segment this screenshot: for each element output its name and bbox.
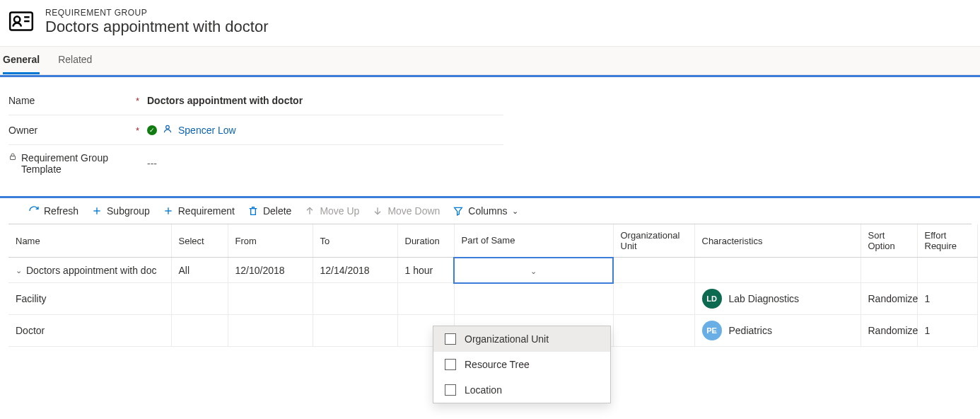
- entity-supertitle: REQUIREMENT GROUP: [45, 8, 269, 18]
- characteristic-label: Pediatrics: [729, 325, 772, 336]
- svg-marker-12: [455, 207, 462, 215]
- row-name: Facility: [16, 293, 47, 304]
- cell-sort[interactable]: Randomize: [861, 283, 917, 315]
- move-up-button: Move Up: [304, 205, 359, 217]
- cell-select[interactable]: [171, 283, 228, 315]
- owner-lookup[interactable]: Spencer Low: [178, 125, 236, 136]
- template-label: Requirement Group Template: [21, 152, 136, 175]
- name-field[interactable]: Doctors appointment with doctor: [147, 95, 303, 106]
- form-row-name: Name * Doctors appointment with doctor: [8, 86, 503, 115]
- cell-to[interactable]: 12/14/2018: [313, 258, 397, 283]
- col-part-of-same[interactable]: Part of Same: [454, 224, 613, 258]
- col-sort-option[interactable]: Sort Option: [861, 224, 917, 258]
- table-row[interactable]: ⌄ Doctors appointment with doc All 12/10…: [8, 258, 977, 283]
- col-to[interactable]: To: [313, 224, 397, 258]
- cell-effort[interactable]: [917, 258, 977, 283]
- cell-org-unit[interactable]: [613, 315, 694, 347]
- cell-characteristics[interactable]: PE Pediatrics: [694, 315, 861, 347]
- cell-characteristics[interactable]: [694, 258, 861, 283]
- svg-point-1: [14, 16, 20, 22]
- verified-icon: ✓: [147, 125, 157, 135]
- person-icon: [163, 124, 173, 136]
- form-section: Name * Doctors appointment with doctor O…: [0, 77, 980, 196]
- cell-to[interactable]: [313, 315, 397, 347]
- cell-sort[interactable]: Randomize: [861, 315, 917, 347]
- delete-button[interactable]: Delete: [247, 205, 291, 217]
- col-from[interactable]: From: [228, 224, 313, 258]
- required-indicator: *: [136, 125, 139, 136]
- arrow-down-icon: [372, 205, 383, 217]
- grid-head: Name Select From To Duration Part of Sam…: [8, 224, 977, 258]
- tab-general[interactable]: General: [3, 54, 40, 74]
- lock-icon: [8, 152, 17, 163]
- entity-icon: [7, 7, 35, 38]
- cell-from[interactable]: [228, 283, 313, 315]
- tab-related[interactable]: Related: [58, 54, 92, 74]
- grid-toolbar: Refresh Subgroup Requirement Delete Move…: [0, 198, 980, 224]
- subgroup-button[interactable]: Subgroup: [91, 205, 150, 217]
- cell-from[interactable]: 12/10/2018: [228, 258, 313, 283]
- cell-duration[interactable]: 1 hour: [397, 258, 454, 283]
- col-effort[interactable]: Effort Require: [917, 224, 977, 258]
- svg-point-4: [166, 125, 170, 129]
- characteristic-label: Lab Diagnostics: [729, 293, 800, 304]
- chevron-down-icon: ⌄: [512, 207, 518, 216]
- cell-org-unit[interactable]: [613, 283, 694, 315]
- cell-select[interactable]: All: [171, 258, 228, 283]
- refresh-button[interactable]: Refresh: [28, 205, 78, 217]
- col-name[interactable]: Name: [8, 224, 171, 258]
- form-row-owner: Owner * ✓ Spencer Low: [8, 115, 503, 145]
- table-row[interactable]: Facility LD Lab Diagnostics Randomize 1: [8, 283, 977, 315]
- part-of-same-dropdown: Organizational Unit Resource Tree Locati…: [433, 326, 611, 347]
- plus-icon: [91, 205, 103, 217]
- cell-select[interactable]: [171, 315, 228, 347]
- filter-icon: [453, 205, 464, 217]
- name-label: Name: [8, 95, 35, 106]
- form-row-template: Requirement Group Template ---: [8, 145, 503, 182]
- row-name: Doctor: [16, 325, 45, 336]
- cell-effort[interactable]: 1: [917, 283, 977, 315]
- avatar: PE: [702, 321, 722, 340]
- avatar: LD: [702, 289, 722, 309]
- col-org-unit[interactable]: Organizational Unit: [613, 224, 694, 258]
- requirement-button[interactable]: Requirement: [163, 205, 235, 217]
- columns-button[interactable]: Columns ⌄: [453, 205, 518, 217]
- cell-duration[interactable]: [397, 283, 454, 315]
- cell-characteristics[interactable]: LD Lab Diagnostics: [694, 283, 861, 315]
- required-indicator: *: [136, 96, 139, 106]
- template-field: ---: [147, 158, 157, 169]
- page-title: Doctors appointment with doctor: [45, 18, 269, 36]
- tabs-region: General Related: [0, 46, 980, 75]
- cell-from[interactable]: [228, 315, 313, 347]
- trash-icon: [247, 205, 259, 217]
- page-header: REQUIREMENT GROUP Doctors appointment wi…: [0, 0, 980, 46]
- chevron-down-icon: ⌄: [530, 267, 537, 275]
- row-name: Doctors appointment with doc: [26, 265, 156, 276]
- arrow-up-icon: [304, 205, 315, 217]
- checkbox[interactable]: [445, 333, 456, 345]
- refresh-icon: [28, 205, 40, 217]
- cell-part-of-same[interactable]: [454, 283, 613, 315]
- svg-rect-5: [11, 156, 16, 160]
- owner-label: Owner: [8, 125, 37, 136]
- cell-part-of-same-active[interactable]: ⌄: [454, 258, 613, 283]
- chevron-down-icon[interactable]: ⌄: [16, 266, 22, 275]
- plus-icon: [163, 205, 174, 217]
- cell-org-unit[interactable]: [613, 258, 694, 283]
- dropdown-option-label: Organizational Unit: [465, 333, 549, 345]
- col-characteristics[interactable]: Characteristics: [694, 224, 861, 258]
- cell-sort[interactable]: [861, 258, 917, 283]
- cell-to[interactable]: [313, 283, 397, 315]
- move-down-button: Move Down: [372, 205, 440, 217]
- col-select[interactable]: Select: [171, 224, 228, 258]
- dropdown-option-organizational-unit[interactable]: Organizational Unit: [433, 326, 610, 347]
- col-duration[interactable]: Duration: [397, 224, 454, 258]
- cell-effort[interactable]: 1: [917, 315, 977, 347]
